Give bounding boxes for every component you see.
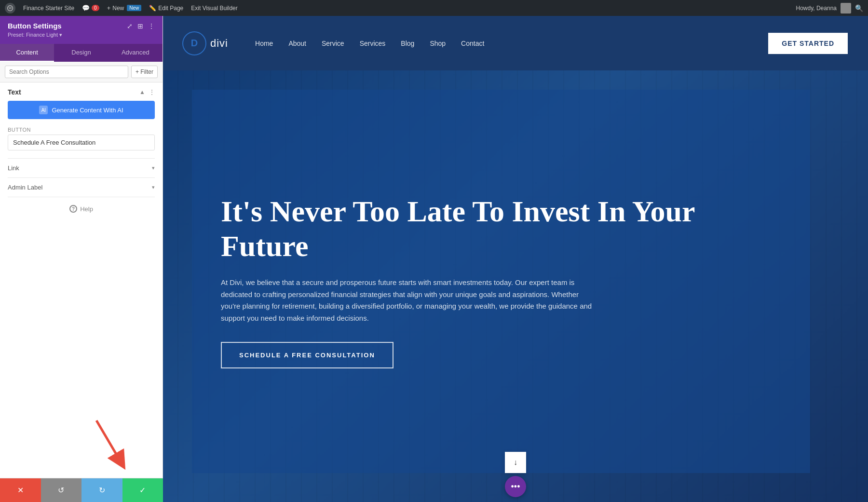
panel-title: Button Settings	[8, 22, 62, 30]
undo-button[interactable]: ↺	[41, 478, 82, 502]
tab-content[interactable]: Content	[0, 44, 54, 62]
nav-home[interactable]: Home	[247, 40, 281, 47]
main-layout: Button Settings ⤢ ⊞ ⋮ Preset: Finance Li…	[0, 16, 868, 502]
site-logo: D divi	[182, 31, 228, 55]
nav-about[interactable]: About	[281, 40, 314, 47]
hero-content-box: It's Never Too Late To Invest In Your Fu…	[192, 90, 810, 473]
bottom-bar: ✕ ↺ ↻ ✓	[0, 478, 163, 502]
wordpress-icon[interactable]: W	[5, 3, 15, 14]
help-icon: ?	[69, 205, 77, 213]
exit-builder-link[interactable]: Exit Visual Builder	[191, 5, 238, 12]
nav-blog[interactable]: Blog	[393, 40, 422, 47]
get-started-button[interactable]: GET STARTED	[767, 32, 849, 55]
left-panel: Button Settings ⤢ ⊞ ⋮ Preset: Finance Li…	[0, 16, 163, 502]
new-badge: New	[127, 5, 141, 11]
nav-services[interactable]: Services	[352, 40, 393, 47]
button-field-label: Button	[8, 127, 155, 133]
comments-link[interactable]: 💬 0	[82, 4, 99, 12]
site-nav: Home About Service Services Blog Shop Co…	[247, 40, 767, 47]
logo-circle: D	[182, 31, 206, 55]
panel-header: Button Settings ⤢ ⊞ ⋮ Preset: Finance Li…	[0, 16, 163, 44]
site-header: D divi Home About Service Services Blog …	[163, 16, 868, 70]
help-section[interactable]: ? Help	[8, 197, 155, 220]
cancel-button[interactable]: ✕	[0, 478, 41, 502]
tab-design[interactable]: Design	[54, 44, 108, 62]
panel-icon-columns[interactable]: ⊞	[137, 22, 143, 30]
hero-description: At Divi, we believe that a secure and pr…	[221, 277, 597, 325]
admin-label-title: Admin Label	[8, 184, 42, 191]
admin-bar-right: Howdy, Deanna 🔍	[796, 3, 864, 14]
link-section-title: Link	[8, 164, 19, 172]
text-section-header: Text ▲ ⋮	[8, 88, 155, 96]
link-chevron-icon: ▾	[152, 165, 155, 171]
link-section-header[interactable]: Link ▾	[8, 164, 155, 172]
tab-advanced[interactable]: Advanced	[108, 44, 163, 62]
site-name-link[interactable]: Finance Starter Site	[23, 5, 74, 12]
right-content: D divi Home About Service Services Blog …	[163, 16, 868, 502]
link-section: Link ▾	[8, 158, 155, 177]
text-section-title: Text	[8, 88, 21, 96]
admin-bar: W Finance Starter Site 💬 0 + New New ✏️ …	[0, 0, 868, 16]
dot-menu-button[interactable]: •••	[505, 476, 526, 497]
text-section-collapse[interactable]: ▲	[139, 89, 145, 95]
edit-page-link[interactable]: ✏️ Edit Page	[149, 5, 183, 12]
hero-section: It's Never Too Late To Invest In Your Fu…	[163, 70, 868, 502]
comment-count-badge: 0	[92, 5, 99, 11]
logo-text: divi	[210, 37, 228, 50]
search-bar: + Filter	[0, 62, 163, 82]
nav-service[interactable]: Service	[314, 40, 352, 47]
panel-icon-resize[interactable]: ⤢	[127, 22, 133, 30]
filter-button[interactable]: + Filter	[131, 66, 158, 78]
search-icon[interactable]: 🔍	[855, 4, 863, 12]
new-link[interactable]: + New New	[107, 4, 142, 12]
howdy-text: Howdy, Deanna	[796, 5, 837, 12]
save-button[interactable]: ✓	[122, 478, 163, 502]
avatar	[841, 3, 851, 14]
panel-content: Text ▲ ⋮ AI Generate Content With AI But…	[0, 82, 163, 502]
panel-tabs: Content Design Advanced	[0, 44, 163, 62]
panel-preset[interactable]: Preset: Finance Light ▾	[8, 32, 155, 38]
panel-icon-more[interactable]: ⋮	[148, 22, 155, 30]
button-text-input[interactable]	[8, 135, 155, 150]
scroll-down-button[interactable]: ↓	[505, 452, 526, 473]
hero-cta-button[interactable]: SCHEDULE A FREE CONSULTATION	[221, 342, 393, 368]
nav-shop[interactable]: Shop	[422, 40, 453, 47]
ai-icon: AI	[39, 106, 48, 114]
redo-button[interactable]: ↻	[81, 478, 122, 502]
nav-contact[interactable]: Contact	[453, 40, 492, 47]
hero-title: It's Never Too Late To Invest In Your Fu…	[221, 194, 781, 263]
ai-generate-button[interactable]: AI Generate Content With AI	[8, 101, 155, 119]
admin-label-section-header[interactable]: Admin Label ▾	[8, 184, 155, 191]
admin-label-chevron-icon: ▾	[152, 184, 155, 190]
search-input[interactable]	[5, 66, 128, 78]
panel-header-icons: ⤢ ⊞ ⋮	[127, 22, 155, 30]
scroll-down-icon: ↓	[514, 458, 517, 467]
text-section-menu[interactable]: ⋮	[149, 89, 155, 95]
admin-label-section: Admin Label ▾	[8, 177, 155, 197]
svg-text:W: W	[9, 6, 12, 10]
